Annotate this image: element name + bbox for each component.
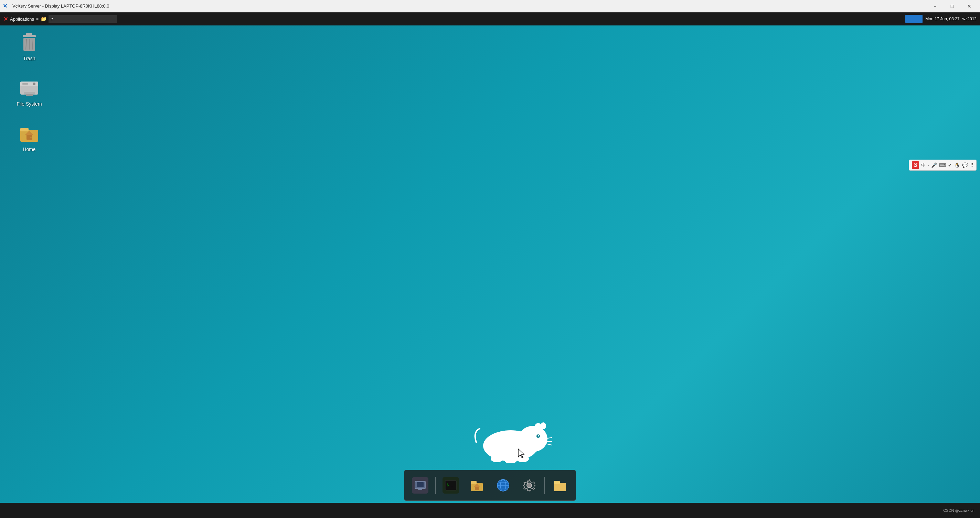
mouse-cursor xyxy=(517,448,524,458)
panel-right: Mon 17 Jun, 03:27 wz2012 xyxy=(905,15,980,23)
panel-folder-icon: 📁 xyxy=(41,16,46,22)
svg-point-25 xyxy=(538,435,539,437)
svg-point-11 xyxy=(33,83,35,85)
home-icon-image xyxy=(18,122,40,145)
desktop[interactable]: Trash File System xyxy=(0,25,980,518)
dock-folder[interactable] xyxy=(547,473,572,498)
svg-marker-29 xyxy=(518,449,524,458)
show-desktop-icon xyxy=(412,477,428,494)
filesystem-svg xyxy=(19,79,40,97)
window-app-icon: ✕ xyxy=(3,3,10,10)
mouse-mascot-svg xyxy=(469,422,552,463)
trash-label: Trash xyxy=(23,56,35,61)
desktop-icons: Trash File System xyxy=(7,29,96,155)
panel-username: wz2012 xyxy=(963,16,977,21)
dock-browser[interactable] xyxy=(491,473,515,498)
top-panel: ✕ Applications = 📁 Mon 17 Jun, 03:27 wz2… xyxy=(0,13,980,25)
ime-chat[interactable]: 💬 xyxy=(962,162,968,168)
panel-separator: = xyxy=(36,16,38,21)
ime-chinese-toggle[interactable]: 中 xyxy=(921,162,926,168)
svg-point-20 xyxy=(541,423,546,429)
svg-rect-36 xyxy=(471,481,477,484)
applications-label: Applications xyxy=(10,16,34,22)
browser-icon xyxy=(495,477,511,494)
ime-logo[interactable]: S xyxy=(912,161,919,169)
statusbar-text: CSDN @zznwx.cn xyxy=(943,508,975,513)
filesystem-icon-image xyxy=(18,77,40,99)
dock-show-desktop[interactable] xyxy=(408,473,433,498)
maximize-button[interactable]: □ xyxy=(944,1,960,11)
svg-rect-10 xyxy=(22,83,28,84)
filesystem-icon-item[interactable]: File System xyxy=(7,74,52,110)
window-titlebar: ✕ VcXsrv Server - Display LAPTOP-8R0KHL8… xyxy=(0,0,980,13)
bottom-dock: $ _ xyxy=(404,470,576,501)
ime-emoji[interactable]: 🐧 xyxy=(954,162,960,168)
settings-icon xyxy=(521,477,538,494)
window-title: VcXsrv Server - Display LAPTOP-8R0KHL88:… xyxy=(13,3,927,9)
ime-mic[interactable]: 🎤 xyxy=(931,162,937,168)
svg-point-26 xyxy=(491,455,503,462)
home-label: Home xyxy=(23,146,35,152)
ime-dot[interactable]: · xyxy=(928,162,929,168)
terminal-icon: $ _ xyxy=(442,477,459,494)
ime-more[interactable]: ⠿ xyxy=(970,162,974,168)
svg-rect-13 xyxy=(20,128,29,131)
ime-check[interactable]: ✔ xyxy=(948,162,952,168)
trash-icon-image xyxy=(18,32,40,54)
filesystem-label: File System xyxy=(16,101,41,106)
close-button[interactable]: ✕ xyxy=(961,1,977,11)
panel-indicator[interactable] xyxy=(905,15,923,23)
files-icon xyxy=(469,477,485,494)
minimize-button[interactable]: − xyxy=(927,1,943,11)
trash-svg xyxy=(20,32,38,53)
ime-keyboard[interactable]: ⌨ xyxy=(939,162,946,168)
svg-rect-32 xyxy=(418,489,422,490)
applications-menu-button[interactable]: ✕ Applications = 📁 xyxy=(0,13,121,25)
svg-point-16 xyxy=(30,137,32,138)
window-controls: − □ ✕ xyxy=(927,1,977,11)
svg-rect-46 xyxy=(554,481,560,484)
bottom-statusbar: CSDN @zznwx.cn xyxy=(0,503,980,518)
folder-icon xyxy=(552,477,568,494)
dock-terminal[interactable]: $ _ xyxy=(438,473,463,498)
home-svg xyxy=(19,123,40,144)
ime-toolbar: S 中 · 🎤 ⌨ ✔ 🐧 💬 ⠿ xyxy=(909,160,977,171)
panel-search-input[interactable] xyxy=(49,15,117,23)
svg-rect-38 xyxy=(475,487,479,490)
systray xyxy=(905,15,923,23)
xfce-mouse-mascot xyxy=(469,422,552,463)
dock-sep-1 xyxy=(435,477,436,494)
dock-sep-2 xyxy=(544,477,545,494)
svg-point-44 xyxy=(527,483,531,488)
panel-clock: Mon 17 Jun, 03:27 xyxy=(925,16,959,21)
svg-rect-9 xyxy=(26,94,33,96)
home-icon-item[interactable]: Home xyxy=(7,120,52,155)
dock-files[interactable] xyxy=(465,473,489,498)
svg-rect-1 xyxy=(26,33,32,36)
svg-rect-31 xyxy=(417,482,423,487)
dock-settings[interactable] xyxy=(517,473,542,498)
svg-text:$ _: $ _ xyxy=(447,483,453,487)
trash-icon-item[interactable]: Trash xyxy=(7,29,52,64)
xfce-icon: ✕ xyxy=(3,16,8,22)
